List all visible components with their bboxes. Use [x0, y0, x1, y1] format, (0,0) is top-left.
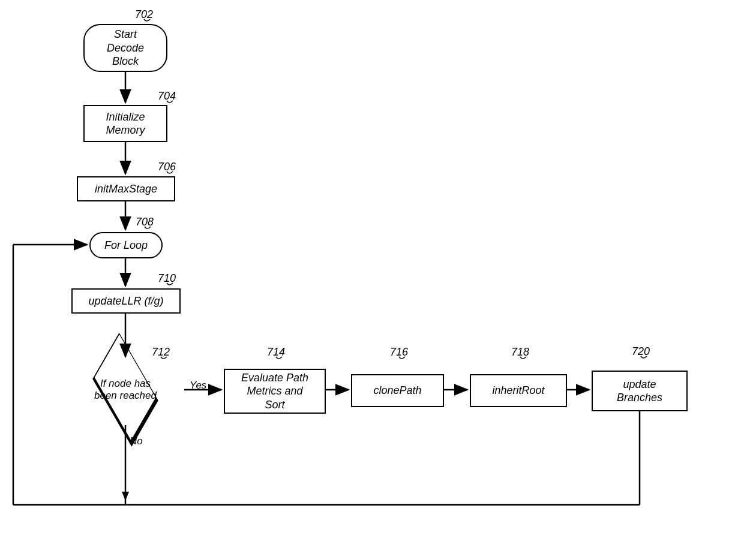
inherit-root-text: inheritRoot	[492, 384, 544, 398]
eval-path-text: Evaluate Path Metrics and Sort	[241, 371, 308, 412]
eval-path-node: Evaluate Path Metrics and Sort	[224, 369, 326, 414]
init-max-stage-text: initMaxStage	[95, 182, 157, 196]
edge-no-label: No	[130, 435, 143, 447]
clone-path-text: clonePath	[373, 384, 421, 398]
for-loop-node: For Loop	[89, 232, 163, 258]
for-loop-text: For Loop	[104, 239, 148, 252]
node-id-710: 710	[158, 272, 176, 285]
node-id-720: 720	[632, 345, 650, 358]
decision-text: If node has been reached	[71, 378, 179, 402]
update-branches-text: update Branches	[617, 378, 662, 405]
init-max-stage-node: initMaxStage	[77, 176, 175, 201]
node-id-708: 708	[136, 216, 154, 228]
clone-path-node: clonePath	[351, 374, 444, 407]
update-branches-node: update Branches	[592, 371, 688, 411]
init-memory-text: Initialize Memory	[106, 110, 145, 137]
init-memory-node: Initialize Memory	[83, 105, 167, 142]
edge-yes-label: Yes	[190, 380, 206, 392]
node-id-706: 706	[158, 161, 176, 173]
node-id-714: 714	[267, 346, 285, 359]
start-node: Start Decode Block	[83, 24, 167, 72]
node-id-702: 702	[135, 8, 153, 21]
node-id-704: 704	[158, 90, 176, 103]
svg-marker-13	[122, 492, 129, 501]
start-text: Start Decode Block	[107, 28, 144, 68]
node-id-716: 716	[390, 346, 408, 359]
inherit-root-node: inheritRoot	[470, 374, 567, 407]
node-id-718: 718	[511, 346, 529, 359]
connectors	[0, 0, 744, 560]
decision-node: If node has been reached	[71, 354, 179, 426]
update-llr-text: updateLLR (f/g)	[88, 294, 163, 308]
update-llr-node: updateLLR (f/g)	[71, 288, 181, 314]
